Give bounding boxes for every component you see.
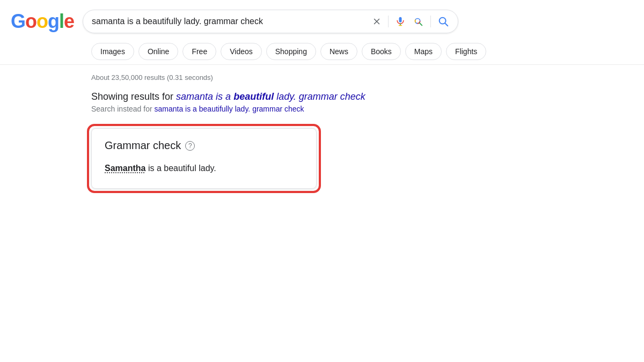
results-area: About 23,50,000 results (0.31 seconds) S… xyxy=(0,65,483,200)
filter-tabs: Images Online Free Videos Shopping News … xyxy=(0,39,644,65)
filter-tab-books[interactable]: Books xyxy=(362,43,401,60)
search-button[interactable] xyxy=(437,16,449,27)
lens-button[interactable] xyxy=(412,16,424,27)
logo-o1: o xyxy=(25,10,36,32)
google-logo: Google xyxy=(11,10,74,33)
close-icon xyxy=(372,17,382,26)
logo-e: e xyxy=(64,10,74,32)
search-input[interactable] xyxy=(92,17,367,26)
header: Google xyxy=(0,0,644,39)
filter-tab-images[interactable]: Images xyxy=(91,43,134,60)
results-count: About 23,50,000 results (0.31 seconds) xyxy=(91,73,472,82)
filter-tab-free[interactable]: Free xyxy=(182,43,216,60)
svg-line-8 xyxy=(420,23,422,26)
grammar-box: Grammar check ? Samantha is a beautiful … xyxy=(91,128,317,189)
corrected-query-link[interactable]: samanta is a beautiful lady. grammar che… xyxy=(176,91,365,102)
filter-tab-flights[interactable]: Flights xyxy=(446,43,486,60)
search-instead-prefix: Search instead for xyxy=(91,105,155,113)
logo-o2: o xyxy=(36,10,48,32)
showing-results-line: Showing results for samanta is a beautif… xyxy=(91,91,472,102)
logo-g2: g xyxy=(48,10,59,32)
corrected-name: Samantha xyxy=(105,164,145,173)
search-icon xyxy=(437,16,449,27)
filter-tab-maps[interactable]: Maps xyxy=(405,43,442,60)
spell-correction: Showing results for samanta is a beautif… xyxy=(91,91,472,113)
divider2 xyxy=(430,16,431,27)
filter-tab-shopping[interactable]: Shopping xyxy=(266,43,316,60)
search-instead-line: Search instead for samanta is a beautifu… xyxy=(91,105,472,113)
svg-line-10 xyxy=(445,23,448,26)
info-icon[interactable]: ? xyxy=(185,141,195,151)
filter-tab-news[interactable]: News xyxy=(320,43,357,60)
svg-rect-2 xyxy=(399,17,402,23)
mic-icon xyxy=(395,16,406,27)
filter-tab-online[interactable]: Online xyxy=(138,43,178,60)
grammar-title-row: Grammar check ? xyxy=(105,139,303,152)
grammar-box-wrapper: Grammar check ? Samantha is a beautiful … xyxy=(91,128,317,189)
grammar-title: Grammar check xyxy=(105,139,181,152)
lens-icon xyxy=(412,16,424,27)
grammar-result: Samantha is a beautiful lady. xyxy=(105,161,303,175)
filter-tab-videos[interactable]: Videos xyxy=(221,43,262,60)
logo-l: l xyxy=(59,10,64,32)
search-icons xyxy=(372,16,449,27)
search-bar xyxy=(83,10,458,33)
voice-search-button[interactable] xyxy=(395,16,406,27)
grammar-sentence-rest: is a beautiful lady. xyxy=(145,164,216,173)
divider xyxy=(388,16,389,27)
showing-prefix: Showing results for xyxy=(91,91,176,102)
clear-button[interactable] xyxy=(372,17,382,26)
original-query-link[interactable]: samanta is a beautifully lady. grammar c… xyxy=(155,105,304,113)
logo-g1: G xyxy=(11,10,25,32)
